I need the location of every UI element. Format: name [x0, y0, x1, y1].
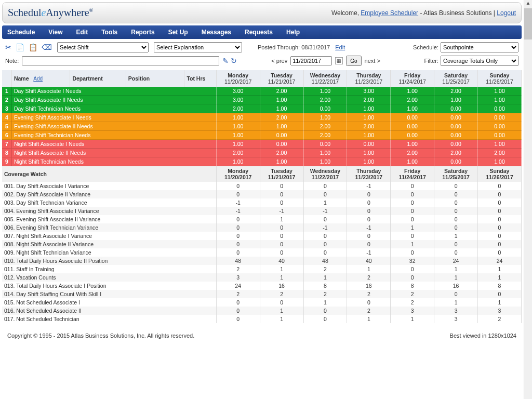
coverage-watch-header: Coverage Watch Monday11/20/2017 Tuesday1…: [2, 166, 522, 182]
menu-edit[interactable]: Edit: [76, 29, 88, 36]
watch-row[interactable]: 011. Staff In Training2121011: [2, 265, 522, 273]
schedule-table: Name Add Department Position Tot Hrs Mon…: [2, 70, 522, 323]
needs-row[interactable]: 1Day Shift Associate I Needs3.002.001.00…: [2, 87, 522, 96]
welcome-text: Welcome, Employee Scheduler - Atlas Busi…: [331, 9, 516, 17]
toolbar-icons: ✂ 📄 📋 ⌫: [5, 43, 52, 51]
scroll-thumb[interactable]: [524, 8, 532, 39]
schedule-select[interactable]: Southpointe: [441, 42, 518, 52]
watch-row[interactable]: 017. Not Scheduled Technician0101132: [2, 315, 522, 323]
toolbar: ✂ 📄 📋 ⌫ Select Shift Select Explanation …: [0, 39, 524, 56]
watch-row[interactable]: 015. Not Scheduled Associate I0010211: [2, 298, 522, 307]
needs-row[interactable]: 3Day Shift Technician Needs2.001.000.001…: [2, 104, 522, 113]
needs-row[interactable]: 9Night Shift Technician Needs1.001.001.0…: [2, 157, 522, 166]
menu-requests[interactable]: Requests: [245, 29, 273, 36]
scroll-up-icon[interactable]: ▲: [524, 0, 532, 8]
needs-row[interactable]: 4Evening Shift Associate I Needs1.002.00…: [2, 113, 522, 122]
note-edit-icon[interactable]: ✎: [222, 57, 229, 65]
go-button[interactable]: Go: [346, 56, 361, 66]
best-viewed: Best viewed in 1280x1024: [450, 332, 516, 339]
shift-select[interactable]: Select Shift: [57, 42, 149, 52]
watch-row[interactable]: 001. Day Shift Associate I Variance000-1…: [2, 182, 522, 190]
watch-row[interactable]: 002. Day Shift Associate II Variance0000…: [2, 190, 522, 198]
needs-row[interactable]: 2Day Shift Associate II Needs3.001.002.0…: [2, 96, 522, 104]
watch-row[interactable]: 006. Evening Shift Technician Variance00…: [2, 223, 522, 232]
watch-row[interactable]: 009. Night Shift Technician Variance000-…: [2, 248, 522, 257]
menu-help[interactable]: Help: [286, 29, 300, 36]
watch-row[interactable]: 005. Evening Shift Associate II Variance…: [2, 215, 522, 223]
posted-through-label: Posted Through: 08/31/2017: [258, 44, 330, 50]
menu-setup[interactable]: Set Up: [168, 29, 188, 36]
main-menu: Schedule View Edit Tools Reports Set Up …: [2, 25, 522, 39]
note-label: Note:: [5, 58, 19, 64]
logout-link[interactable]: Logout: [497, 9, 516, 17]
note-refresh-icon[interactable]: ↻: [231, 57, 237, 65]
menu-reports[interactable]: Reports: [131, 29, 154, 36]
schedule-label: Schedule:: [413, 44, 438, 50]
calendar-icon[interactable]: ▦: [335, 57, 343, 64]
date-nav: < prev ▦ Go next >: [271, 56, 380, 66]
add-link[interactable]: Add: [33, 76, 43, 82]
watch-row[interactable]: 012. Vacation Counts3112011: [2, 273, 522, 282]
menu-tools[interactable]: Tools: [101, 29, 117, 36]
filter-select[interactable]: Coverage Totals Only: [441, 56, 518, 66]
filter-picker: Filter: Coverage Totals Only: [424, 56, 519, 66]
watch-row[interactable]: 010. Total Daily Hours Associate II Posi…: [2, 257, 522, 265]
cut-icon[interactable]: ✂: [5, 43, 11, 51]
watch-row[interactable]: 014. Day Shift Staffing Count With Skill…: [2, 290, 522, 298]
header-row: Name Add Department Position Tot Hrs Mon…: [2, 70, 522, 87]
date-input[interactable]: [290, 56, 332, 65]
menu-schedule[interactable]: Schedule: [7, 29, 35, 36]
menu-messages[interactable]: Messages: [202, 29, 231, 36]
title-bar: ScheduleAnywhere® Welcome, Employee Sche…: [2, 2, 522, 23]
watch-row[interactable]: 013. Total Daily Hours Associate I Posit…: [2, 282, 522, 290]
posted-edit-link[interactable]: Edit: [335, 44, 345, 50]
note-input[interactable]: [22, 56, 219, 65]
needs-row[interactable]: 5Evening Shift Associate II Needs1.001.0…: [2, 122, 522, 131]
watch-row[interactable]: 004. Evening Shift Associate I Variance-…: [2, 207, 522, 215]
copyright: Copyright © 1995 - 2015 Atlas Business S…: [7, 332, 194, 339]
watch-row[interactable]: 008. Night Shift Associate II Variance00…: [2, 240, 522, 248]
user-link[interactable]: Employee Scheduler: [361, 9, 418, 17]
footer: Copyright © 1995 - 2015 Atlas Business S…: [0, 327, 524, 344]
watch-row[interactable]: 016. Not Scheduled Associate II0102333: [2, 307, 522, 315]
copy-icon[interactable]: 📄: [16, 43, 24, 51]
needs-row[interactable]: 8Night Shift Associate II Needs2.002.001…: [2, 149, 522, 157]
needs-row[interactable]: 6Evening Shift Technician Needs1.000.002…: [2, 131, 522, 140]
watch-row[interactable]: 003. Day Shift Techncian Variance-101000…: [2, 198, 522, 207]
logo: ScheduleAnywhere®: [8, 7, 93, 19]
explanation-select[interactable]: Select Explanation: [154, 42, 242, 52]
needs-row[interactable]: 7Night Shift Associate I Needs1.000.000.…: [2, 140, 522, 149]
paste-icon[interactable]: 📋: [29, 43, 37, 51]
eraser-icon[interactable]: ⌫: [42, 43, 52, 51]
filter-label: Filter:: [424, 58, 439, 64]
watch-row[interactable]: 007. Night Shift Associate I Variance000…: [2, 232, 522, 240]
menu-view[interactable]: View: [48, 29, 62, 36]
schedule-picker: Schedule: Southpointe: [413, 42, 518, 52]
vertical-scrollbar[interactable]: ▲: [524, 0, 532, 399]
note-row: Note: ✎ ↻ < prev ▦ Go next > Filter: Cov…: [0, 56, 524, 70]
next-link[interactable]: next >: [365, 58, 380, 64]
prev-link[interactable]: < prev: [271, 58, 287, 64]
